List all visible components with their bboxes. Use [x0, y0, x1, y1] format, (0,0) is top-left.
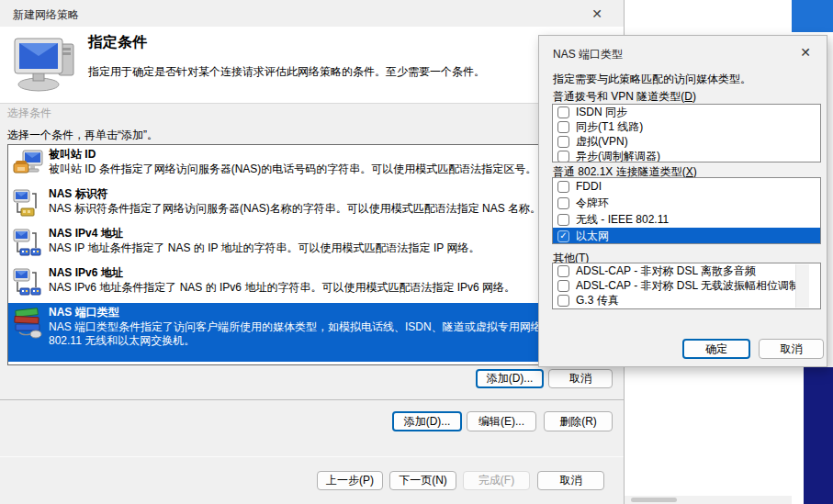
- checkbox-label: 令牌环: [576, 196, 609, 211]
- select-condition-dialog-title: 选择条件: [7, 106, 51, 121]
- checkbox-icon[interactable]: [557, 151, 569, 162]
- checkbox-label: 无线 - IEEE 802.11: [576, 212, 669, 228]
- conditions-add-button[interactable]: 添加(D)...: [392, 411, 462, 431]
- checkbox-item-g3-fax[interactable]: G.3 传真: [553, 293, 820, 308]
- condition-listbox[interactable]: 被叫站 ID 被叫站 ID 条件指定了网络访问服务器(NAS)的电话号码的字符串…: [7, 144, 606, 365]
- list-item-nas-ipv6[interactable]: NAS IPv6 地址 NAS IPv6 地址条件指定了 NAS 的 IPv6 …: [8, 263, 605, 303]
- wizard-separator: [0, 456, 624, 457]
- nas-identifier-icon: [12, 187, 49, 225]
- vertical-scrollbar[interactable]: [795, 264, 809, 308]
- checkbox-item-adsl-dmt[interactable]: ADSL-CAP - 非对称 DSL 离散多音频: [553, 263, 820, 278]
- checkbox-item-token-ring[interactable]: 令牌环: [553, 195, 820, 211]
- page-description: 指定用于确定是否针对某个连接请求评估此网络策略的条件。至少需要一个条件。: [88, 64, 485, 80]
- checkbox-icon[interactable]: [557, 295, 569, 307]
- select-condition-add-button[interactable]: 添加(D)...: [476, 369, 544, 388]
- previous-button[interactable]: 上一步(P): [317, 471, 383, 490]
- wizard-cancel-button[interactable]: 取消: [537, 471, 604, 490]
- checkbox-label: ADSL-CAP - 非对称 DSL 离散多音频: [576, 263, 756, 279]
- conditions-edit-button[interactable]: 编辑(E)...: [467, 411, 536, 431]
- page-title: 指定条件: [88, 33, 147, 52]
- console-navy-panel: [804, 367, 833, 504]
- condition-description: NAS 标识符条件指定了网络访问服务器(NAS)名称的字符串。可以使用模式匹配语…: [49, 202, 602, 216]
- checkbox-icon[interactable]: [557, 181, 569, 193]
- condition-name: 被叫站 ID: [49, 148, 602, 161]
- condition-description: NAS 端口类型条件指定了访问客户端所使用的媒体类型，如模拟电话线、ISDN、隧…: [49, 320, 602, 348]
- checkbox-checked-icon[interactable]: ✓: [557, 230, 569, 242]
- condition-name: NAS IPv4 地址: [49, 227, 602, 240]
- nas-port-type-icon: [12, 306, 49, 343]
- select-condition-instruction: 选择一个条件，再单击“添加”。: [7, 128, 158, 143]
- screen: —▢✕ 新建网络策略 ✕ 指定条件: [0, 0, 833, 504]
- checkbox-icon[interactable]: [557, 265, 569, 277]
- wizard-title: 新建网络策略: [13, 7, 79, 23]
- list-item-nas-port-type[interactable]: NAS 端口类型 NAS 端口类型条件指定了访问客户端所使用的媒体类型，如模拟电…: [8, 303, 605, 362]
- checkbox-icon[interactable]: [557, 121, 569, 133]
- wizard-titlebar: 新建网络策略 ✕: [0, 0, 624, 27]
- list-item-nas-ipv4[interactable]: NAS IPv4 地址 NAS IP 地址条件指定了 NAS 的 IP 地址的字…: [8, 224, 605, 263]
- checkbox-item-ethernet[interactable]: ✓ 以太网: [553, 228, 820, 244]
- dialup-vpn-group-label: 普通拨号和 VPN 隧道类型(D): [553, 89, 696, 105]
- checkbox-label: ADSL-CAP - 非对称 DSL 无载波振幅相位调制: [576, 278, 800, 294]
- checkbox-label: G.3 传真: [576, 293, 619, 308]
- checkbox-item-adsl-cap[interactable]: ADSL-CAP - 非对称 DSL 无载波振幅相位调制: [553, 278, 820, 293]
- conditions-delete-button[interactable]: 删除(R): [544, 411, 613, 431]
- condition-name: NAS 标识符: [49, 187, 602, 200]
- checkbox-item-async-modem[interactable]: 异步(调制解调器): [553, 149, 820, 162]
- new-network-policy-wizard: 新建网络策略 ✕ 指定条件 指定用于确定是否针对某个连接请求评估此网络策略的条件…: [0, 0, 624, 504]
- condition-description: NAS IP 地址条件指定了 NAS 的 IP 地址的字符串。可以使用模式匹配语…: [49, 241, 602, 255]
- other-listbox[interactable]: ADSL-CAP - 非对称 DSL 离散多音频 ADSL-CAP - 非对称 …: [552, 263, 821, 309]
- nas-ipv4-icon: [12, 227, 49, 264]
- checkbox-item-virtual-vpn[interactable]: 虚拟(VPN): [553, 134, 820, 149]
- checkbox-label: FDDI: [576, 180, 602, 193]
- list-item-called-station-id[interactable]: 被叫站 ID 被叫站 ID 条件指定了网络访问服务器(NAS)的电话号码的字符串…: [8, 145, 605, 185]
- nas-ipv6-icon: [12, 266, 49, 304]
- ok-button[interactable]: 确定: [682, 339, 750, 359]
- condition-description: 被叫站 ID 条件指定了网络访问服务器(NAS)的电话号码的字符串。可以使用模式…: [49, 162, 602, 176]
- dialog-title: NAS 端口类型: [553, 47, 623, 62]
- called-station-id-icon: [12, 148, 49, 185]
- dialog-instruction: 指定需要与此策略匹配的访问媒体类型。: [553, 72, 751, 87]
- condition-description: NAS IPv6 地址条件指定了 NAS 的 IPv6 地址的字符串。可以使用模…: [49, 281, 602, 295]
- computer-workstation-icon: [11, 33, 81, 97]
- checkbox-item-sync-t1[interactable]: 同步(T1 线路): [553, 119, 820, 134]
- dialog-close-icon[interactable]: ✕: [792, 41, 819, 63]
- checkbox-icon[interactable]: [557, 106, 569, 118]
- checkbox-item-isdn-sync[interactable]: ISDN 同步: [553, 105, 820, 119]
- next-button[interactable]: 下一页(N): [389, 471, 456, 490]
- dialog-cancel-button[interactable]: 取消: [759, 339, 824, 359]
- select-condition-cancel-button[interactable]: 取消: [548, 369, 613, 388]
- checkbox-label: ISDN 同步: [576, 105, 627, 120]
- horizontal-scrollbar[interactable]: [625, 496, 792, 504]
- checkbox-label: 以太网: [576, 229, 609, 244]
- checkbox-icon[interactable]: [557, 136, 569, 148]
- finish-button: 完成(F): [463, 471, 530, 490]
- horizontal-scrollbar-thumb[interactable]: [631, 498, 677, 502]
- checkbox-label: 异步(调制解调器): [576, 149, 660, 163]
- select-condition-dialog-edge: [0, 399, 624, 400]
- condition-name: NAS IPv6 地址: [49, 266, 602, 279]
- taskbar-blue-block: [792, 0, 833, 32]
- wizard-header: 指定条件 指定用于确定是否针对某个连接请求评估此网络策略的条件。至少需要一个条件…: [0, 27, 624, 104]
- list-item-nas-identifier[interactable]: NAS 标识符 NAS 标识符条件指定了网络访问服务器(NAS)名称的字符串。可…: [8, 185, 605, 224]
- nas-port-type-dialog: NAS 端口类型 ✕ 指定需要与此策略匹配的访问媒体类型。 普通拨号和 VPN …: [538, 35, 827, 367]
- checkbox-item-fddi[interactable]: FDDI: [553, 178, 820, 195]
- condition-name: NAS 端口类型: [49, 306, 602, 319]
- checkbox-item-wireless-80211[interactable]: 无线 - IEEE 802.11: [553, 211, 820, 228]
- dialup-vpn-listbox[interactable]: ISDN 同步 同步(T1 线路) 虚拟(VPN) 异步(调制解调器): [552, 104, 821, 162]
- checkbox-icon[interactable]: [557, 280, 569, 292]
- checkbox-label: 虚拟(VPN): [576, 134, 628, 150]
- dot1x-listbox[interactable]: FDDI 令牌环 无线 - IEEE 802.11 ✓ 以太网: [552, 177, 821, 244]
- wizard-close-icon[interactable]: ✕: [582, 3, 612, 24]
- checkbox-icon[interactable]: [557, 214, 569, 226]
- checkbox-icon[interactable]: [557, 197, 569, 209]
- checkbox-label: 同步(T1 线路): [576, 119, 643, 135]
